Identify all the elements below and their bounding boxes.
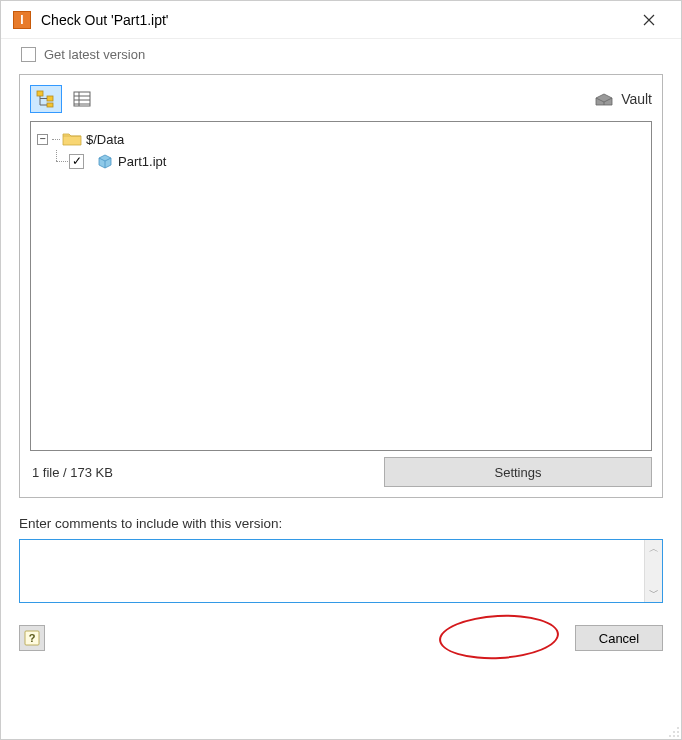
part-file-icon [96, 152, 114, 170]
tree-view-button[interactable] [30, 85, 62, 113]
panel-toolbar: Vault [30, 85, 652, 113]
tree-item-node[interactable]: Part1.ipt [37, 150, 645, 172]
settings-button[interactable]: Settings [384, 457, 652, 487]
get-latest-checkbox[interactable] [21, 47, 36, 62]
svg-point-10 [677, 727, 679, 729]
tree-item-label: Part1.ipt [118, 154, 166, 169]
checkout-dialog: I Check Out 'Part1.ipt' Get latest versi… [0, 0, 682, 740]
tree-connector [51, 150, 69, 172]
expand-collapse-icon[interactable]: − [37, 134, 48, 145]
help-button[interactable]: ? [19, 625, 45, 651]
svg-point-14 [673, 735, 675, 737]
svg-point-15 [677, 735, 679, 737]
svg-point-13 [669, 735, 671, 737]
dialog-footer: ? OK Cancel [19, 625, 663, 651]
svg-text:?: ? [29, 632, 36, 644]
resize-grip-icon[interactable] [668, 726, 680, 738]
vault-label-text: Vault [621, 91, 652, 107]
tree-connector [52, 139, 60, 140]
tree-view-icon [36, 90, 56, 108]
vault-indicator: Vault [593, 90, 652, 108]
svg-point-11 [673, 731, 675, 733]
vault-icon [593, 90, 615, 108]
tree-root-node[interactable]: − $/Data [37, 128, 645, 150]
file-count-status: 1 file / 173 KB [30, 465, 384, 480]
list-view-button[interactable] [66, 85, 98, 113]
ok-button[interactable]: OK [479, 625, 567, 651]
svg-rect-1 [47, 96, 53, 101]
dialog-content: Get latest version [1, 39, 681, 739]
close-button[interactable] [629, 5, 669, 35]
svg-rect-0 [37, 91, 43, 96]
cancel-button[interactable]: Cancel [575, 625, 663, 651]
help-icon: ? [24, 630, 40, 646]
status-row: 1 file / 173 KB Settings [30, 457, 652, 487]
get-latest-row: Get latest version [19, 47, 663, 62]
comments-input[interactable] [20, 540, 644, 602]
get-latest-label[interactable]: Get latest version [44, 47, 145, 62]
file-tree[interactable]: − $/Data Part1.ipt [30, 121, 652, 451]
dialog-title: Check Out 'Part1.ipt' [41, 12, 629, 28]
view-toggle [30, 85, 102, 113]
svg-rect-2 [47, 103, 53, 107]
app-icon: I [13, 11, 31, 29]
comments-container: ︿ ﹀ [19, 539, 663, 603]
titlebar: I Check Out 'Part1.ipt' [1, 1, 681, 39]
scrollbar[interactable]: ︿ ﹀ [644, 540, 662, 602]
tree-root-label: $/Data [86, 132, 124, 147]
file-checkbox[interactable] [69, 154, 84, 169]
folder-icon [62, 131, 82, 147]
files-panel: Vault − $/Data [19, 74, 663, 498]
scroll-up-icon[interactable]: ︿ [645, 540, 662, 558]
comments-label: Enter comments to include with this vers… [19, 516, 663, 531]
svg-point-12 [677, 731, 679, 733]
scroll-down-icon[interactable]: ﹀ [645, 584, 662, 602]
close-icon [643, 14, 655, 26]
list-view-icon [72, 90, 92, 108]
